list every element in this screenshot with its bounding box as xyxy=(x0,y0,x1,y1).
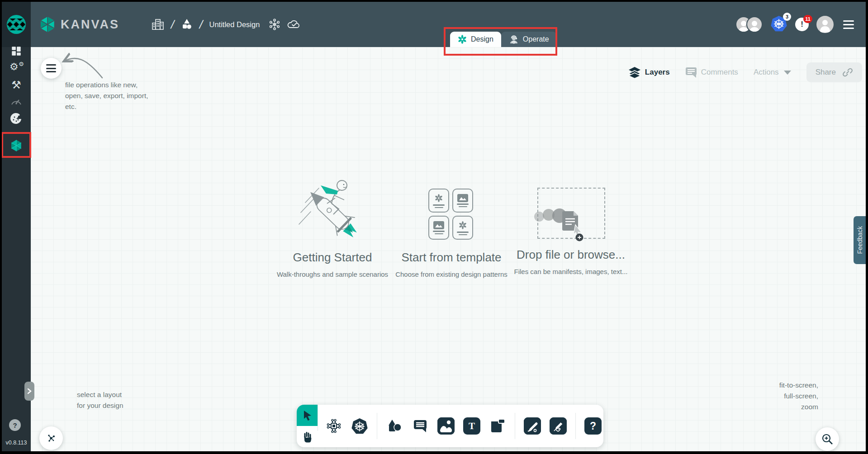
save-status-button[interactable] xyxy=(287,19,301,30)
hand-icon xyxy=(302,431,313,443)
kubernetes-context-button[interactable]: 3 xyxy=(770,15,787,34)
pencil-icon xyxy=(550,417,567,435)
comment-tool-button[interactable] xyxy=(412,417,429,435)
notification-count-badge: 11 xyxy=(803,15,812,23)
help-glyph: ? xyxy=(590,420,596,432)
help-button[interactable]: ? xyxy=(9,419,21,431)
layout-selector-button[interactable] xyxy=(39,426,63,450)
kubernetes-count-badge: 3 xyxy=(783,13,791,21)
brand-name: KANVAS xyxy=(61,18,119,32)
sidebar-item-dashboard[interactable] xyxy=(2,45,31,57)
zoom-in-icon xyxy=(821,433,834,445)
tools-icon: ⚒ xyxy=(11,80,21,90)
template-tile xyxy=(452,216,473,240)
getting-started-illustration[interactable] xyxy=(291,175,375,249)
design-propeller-icon xyxy=(458,220,468,230)
user-avatar[interactable] xyxy=(816,16,834,33)
pointer-tools xyxy=(297,405,318,447)
organization-button[interactable] xyxy=(151,18,165,31)
template-tile xyxy=(452,189,473,213)
sidebar-item-configuration[interactable]: ⚒ xyxy=(2,80,31,90)
media-image-icon xyxy=(437,417,455,435)
toolbar-items: T xyxy=(318,405,609,447)
sidebar-item-performance[interactable] xyxy=(2,97,31,106)
mode-toggle: Design Operate xyxy=(450,32,557,47)
mesh-network-icon xyxy=(269,19,280,30)
select-tool-button[interactable] xyxy=(297,405,318,426)
sidebar-expand-button[interactable] xyxy=(24,382,34,401)
dashboard-icon xyxy=(10,45,22,57)
media-tool-button[interactable] xyxy=(437,417,455,435)
layer5-sphere-icon xyxy=(6,14,26,34)
breadcrumb-separator: / xyxy=(198,18,204,32)
merge-designs-button[interactable] xyxy=(269,19,280,30)
menu-button[interactable] xyxy=(841,19,856,31)
gears-icon: ⚙⚙ xyxy=(9,62,23,74)
share-button[interactable]: Share xyxy=(806,62,862,82)
design-propeller-icon xyxy=(434,193,444,203)
shapes-tool-button[interactable] xyxy=(386,417,403,435)
workspace-button[interactable] xyxy=(180,18,193,31)
component-tool-button[interactable] xyxy=(325,417,342,435)
tab-operate[interactable]: Operate xyxy=(501,32,557,47)
gauge-icon xyxy=(10,97,22,106)
layers-icon xyxy=(628,66,641,78)
organization-building-icon xyxy=(151,18,165,31)
header: KANVAS / xyxy=(31,2,866,47)
tab-design[interactable]: Design xyxy=(450,32,501,47)
kubernetes-tool-button[interactable] xyxy=(351,417,368,435)
help-glyph: ? xyxy=(13,421,17,429)
layer5-logo[interactable] xyxy=(2,2,31,47)
header-actions: 3 ! 11 xyxy=(735,2,856,47)
sidebar-item-kanvas[interactable] xyxy=(2,139,31,152)
layers-button[interactable]: Layers xyxy=(628,66,670,78)
comments-label: Comments xyxy=(701,68,738,77)
note-tool-button[interactable] xyxy=(489,417,506,435)
feedback-tab[interactable]: Feedback xyxy=(854,216,866,264)
note-icon xyxy=(489,418,506,434)
pan-tool-button[interactable] xyxy=(297,426,318,447)
extensions-icon xyxy=(10,113,22,125)
drop-file-icon xyxy=(528,198,605,252)
tab-operate-label: Operate xyxy=(523,35,549,43)
design-canvas[interactable]: file operations like new, open, save, ex… xyxy=(31,47,866,451)
notifications-button[interactable]: ! 11 xyxy=(795,18,809,31)
kanvas-hexagon-icon xyxy=(10,139,23,152)
sidebar-item-extensions[interactable] xyxy=(2,113,31,125)
kanvas-logo-icon xyxy=(39,16,56,33)
operator-headset-icon xyxy=(509,34,519,44)
template-tile xyxy=(428,189,449,213)
text-tool-glyph: T xyxy=(469,421,475,432)
collaborator-avatars[interactable] xyxy=(735,16,763,33)
file-dropzone[interactable] xyxy=(537,188,605,239)
comments-icon xyxy=(685,67,697,78)
pen-tool-button[interactable] xyxy=(524,417,541,435)
workspace-shapes-icon xyxy=(180,18,193,31)
drop-file-subtitle: Files can be manifests, images, text... xyxy=(485,268,657,275)
drop-file-title[interactable]: Drop file or browse... xyxy=(489,248,652,262)
breadcrumb-separator: / xyxy=(170,18,176,32)
image-icon xyxy=(457,194,468,202)
actions-dropdown[interactable]: Actions xyxy=(754,68,791,77)
comments-button[interactable]: Comments xyxy=(685,67,738,78)
file-menu-button[interactable] xyxy=(41,58,62,79)
layout-graph-icon xyxy=(45,432,57,444)
design-propeller-icon xyxy=(458,35,467,44)
start-from-template-illustration[interactable] xyxy=(428,189,473,240)
component-chip-icon xyxy=(326,418,342,434)
design-name[interactable]: Untitled Design xyxy=(209,20,260,29)
annotation-file-ops: file operations like new, open, save, ex… xyxy=(65,80,148,112)
zoom-button[interactable] xyxy=(816,427,839,451)
text-tool-button[interactable]: T xyxy=(463,417,480,435)
shapes-icon xyxy=(387,419,402,433)
tab-design-label: Design xyxy=(471,35,493,43)
freehand-tool-button[interactable] xyxy=(550,417,567,435)
tools-toolbar: T xyxy=(297,405,603,447)
layers-label: Layers xyxy=(645,68,670,77)
actions-label: Actions xyxy=(754,68,779,77)
comment-icon xyxy=(413,419,427,433)
kanvas-brand[interactable]: KANVAS xyxy=(39,16,119,33)
sidebar-item-lifecycle[interactable]: ⚙⚙ xyxy=(2,62,31,74)
toolbar-help-button[interactable]: ? xyxy=(584,417,602,435)
cursor-icon xyxy=(302,410,313,421)
